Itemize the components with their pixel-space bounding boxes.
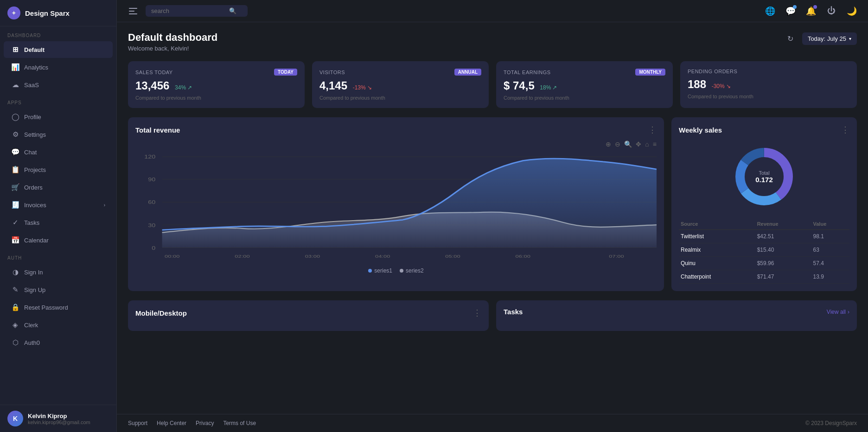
sidebar-item-settings[interactable]: ⚙ Settings (4, 126, 113, 143)
sidebar-item-label: SaaS (24, 82, 39, 89)
stat-compare: Compared to previous month (135, 95, 297, 101)
stat-change: -13% ↘ (353, 84, 372, 91)
stat-value: $ 74,5 (504, 79, 535, 92)
view-all-button[interactable]: View all › (827, 309, 849, 315)
auth0-icon: ⬡ (11, 338, 19, 347)
stat-label: TOTAL EARNINGS (504, 70, 551, 75)
topbar: 🔍 🌐 💬 🔔 ⏻ 🌙 (117, 0, 868, 22)
svg-text:03:00: 03:00 (305, 254, 320, 259)
zoom-in-icon[interactable]: ⊕ (606, 140, 611, 148)
sidebar-item-projects[interactable]: 📋 Projects (4, 161, 113, 178)
sidebar-logo: ✦ Design Sparx (0, 0, 116, 26)
logo-text: Design Sparx (25, 9, 70, 17)
sidebar-item-saas[interactable]: ☁ SaaS (4, 76, 113, 93)
stat-change: 34% ↗ (175, 84, 192, 91)
sidebar-item-calendar[interactable]: 📅 Calendar (4, 232, 113, 248)
sidebar-footer: K Kelvin Kiprop kelvin.kiprop96@gmail.co… (0, 405, 116, 432)
tasks-card: Tasks View all › (496, 300, 857, 331)
footer-support[interactable]: Support (128, 420, 147, 426)
notifications-button[interactable]: 🔔 (804, 4, 818, 18)
search-input[interactable] (151, 7, 225, 14)
footer-helpcenter[interactable]: Help Center (157, 420, 186, 426)
svg-text:05:00: 05:00 (445, 254, 460, 259)
svg-text:06:00: 06:00 (516, 254, 530, 259)
svg-rect-1 (129, 11, 134, 12)
table-row: Quinu$59.9657.4 (679, 257, 849, 270)
value-cell: 13.9 (811, 270, 849, 284)
messages-button[interactable]: 💬 (784, 4, 798, 18)
logo-icon: ✦ (7, 6, 20, 19)
menu-icon[interactable]: ≡ (653, 140, 657, 148)
topbar-right: 🌐 💬 🔔 ⏻ 🌙 (763, 4, 859, 18)
clerk-icon: ◈ (11, 321, 19, 329)
revenue-chart-area: 120 90 60 30 0 00:00 02:00 03:00 04:00 0… (135, 152, 657, 263)
sidebar-item-tasks[interactable]: ✓ Tasks (4, 214, 113, 231)
svg-text:90: 90 (148, 177, 155, 183)
sidebar-item-label: Reset Password (24, 304, 68, 311)
footer: Support Help Center Privacy Terms of Use… (117, 414, 868, 432)
sidebar-toggle-button[interactable] (126, 4, 140, 18)
value-cell: 63 (811, 243, 849, 257)
sidebar-item-signup[interactable]: ✎ Sign Up (4, 281, 113, 298)
sidebar-item-auth0[interactable]: ⬡ Auth0 (4, 334, 113, 351)
sidebar-item-orders[interactable]: 🛒 Orders (4, 179, 113, 196)
mobile-desktop-title: Mobile/Desktop (135, 309, 187, 317)
sidebar-item-label: Auth0 (24, 339, 40, 346)
language-button[interactable]: 🌐 (763, 4, 777, 18)
sidebar-item-invoices[interactable]: 🧾 Invoices › (4, 197, 113, 213)
bottom-row: Mobile/Desktop ⋮ Tasks View all › (128, 300, 857, 331)
mobile-desktop-menu[interactable]: ⋮ (473, 308, 481, 318)
revenue-cell: $59.96 (755, 257, 811, 270)
svg-text:0: 0 (152, 245, 155, 251)
sidebar-item-label: Clerk (24, 322, 38, 329)
section-auth-label: AUTH (0, 249, 116, 263)
content-area: Default dashboard Welcome back, Kelvin! … (117, 22, 868, 414)
revenue-chart-menu[interactable]: ⋮ (648, 125, 657, 135)
source-cell: Quinu (679, 257, 755, 270)
sidebar-item-chat[interactable]: 💬 Chat (4, 144, 113, 160)
sidebar-item-resetpassword[interactable]: 🔒 Reset Password (4, 299, 113, 316)
pan-icon[interactable]: ✥ (636, 140, 641, 148)
zoom-out-icon[interactable]: ⊖ (615, 140, 620, 148)
revenue-cell: $71.47 (755, 270, 811, 284)
chart-legend: series1 series2 (135, 267, 657, 274)
refresh-button[interactable]: ↻ (784, 32, 798, 45)
theme-toggle-button[interactable]: 🌙 (845, 4, 859, 18)
sidebar-item-profile[interactable]: ◯ Profile (4, 108, 113, 125)
stat-compare: Compared to previous month (504, 95, 665, 101)
sidebar-item-analytics[interactable]: 📊 Analytics (4, 59, 113, 76)
calendar-icon: 📅 (11, 236, 19, 244)
power-button[interactable]: ⏻ (824, 4, 838, 18)
svg-rect-0 (129, 8, 137, 9)
sidebar-item-signin[interactable]: ◑ Sign In (4, 264, 113, 280)
chevron-down-icon: ▾ (849, 36, 851, 41)
footer-terms[interactable]: Terms of Use (223, 420, 256, 426)
page-subtitle: Welcome back, Kelvin! (128, 45, 217, 52)
date-selector[interactable]: Today: July 25 ▾ (802, 32, 857, 45)
stat-label: SALES TODAY (135, 70, 173, 75)
home-icon[interactable]: ⌂ (645, 140, 649, 148)
svg-text:Total: Total (759, 170, 769, 176)
sidebar-item-default[interactable]: ⊞ Default (4, 41, 113, 58)
source-cell: Chatterpoint (679, 270, 755, 284)
date-label: Today: July 25 (808, 35, 846, 42)
stat-compare: Compared to previous month (319, 95, 481, 101)
sidebar-item-clerk[interactable]: ◈ Clerk (4, 317, 113, 333)
source-cell: Realmix (679, 243, 755, 257)
svg-rect-2 (129, 13, 137, 14)
sidebar-item-label: Analytics (24, 64, 48, 71)
footer-links: Support Help Center Privacy Terms of Use (128, 420, 256, 426)
weekly-sales-menu[interactable]: ⋮ (841, 125, 849, 135)
legend-series1: series1 (368, 267, 392, 274)
zoom-icon[interactable]: 🔍 (624, 140, 632, 148)
chevron-right-icon: › (104, 203, 105, 208)
stat-label: VISITORS (319, 70, 345, 75)
orders-icon: 🛒 (11, 183, 19, 191)
projects-icon: 📋 (11, 165, 19, 174)
footer-privacy[interactable]: Privacy (196, 420, 214, 426)
user-info: Kelvin Kiprop kelvin.kiprop96@gmail.com (28, 413, 90, 425)
revenue-cell: $15.40 (755, 243, 811, 257)
page-header-right: ↻ Today: July 25 ▾ (784, 32, 857, 45)
svg-text:60: 60 (148, 199, 155, 205)
tasks-icon: ✓ (11, 218, 19, 227)
